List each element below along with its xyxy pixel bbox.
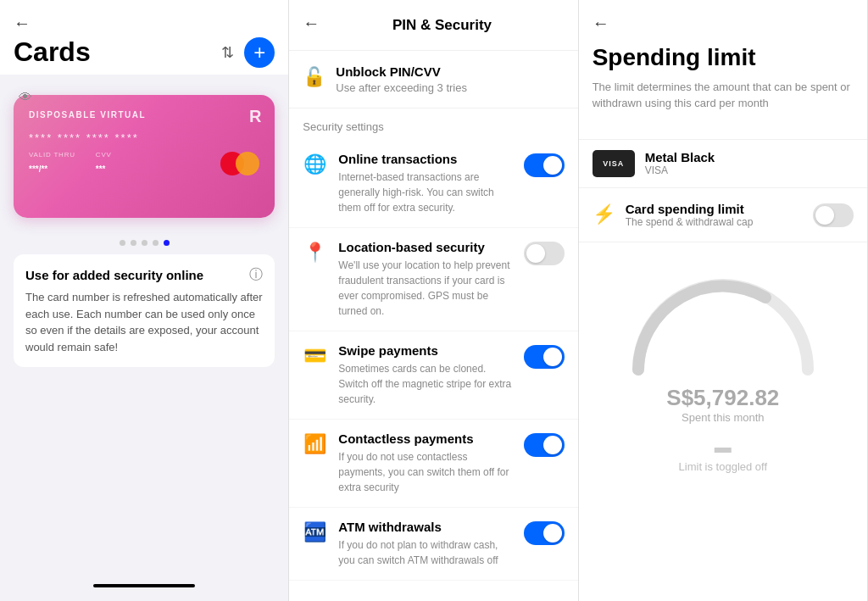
card-details: Metal Black VISA [645,150,715,176]
swipe-payments-toggle[interactable] [524,345,565,369]
card-thumbnail: VISA [593,150,635,177]
limit-off-text: Limit is toggled off [679,460,768,473]
cvv-value: *** [96,164,106,174]
location-security-item: 📍 Location-based security We'll use your… [289,228,577,331]
atm-withdrawals-toggle[interactable] [524,521,565,545]
unblock-desc: Use after exceeding 3 tries [336,81,467,94]
valid-thru-value: ***/** [29,164,47,174]
info-circle-icon[interactable]: ⓘ [249,266,263,284]
contactless-payments-toggle[interactable] [524,433,565,457]
online-transactions-content: Online transactions Internet-based trans… [338,152,511,215]
spending-limit-toggle[interactable] [813,203,854,227]
card-dots-indicator [0,240,288,246]
mc-orange-circle [236,152,259,175]
cards-header: ← Cards ⇅ + [0,0,288,75]
title-actions: ⇅ + [221,37,275,68]
security-header: ← PIN & Security [289,0,577,51]
eye-icon[interactable]: 👁 [19,90,32,105]
security-panel: ← PIN & Security 🔓 Unblock PIN/CVV Use a… [289,0,578,601]
security-back-button[interactable]: ← [303,14,320,33]
valid-thru-group: VALID THRU ***/** [29,151,75,175]
card-type: VISA [645,164,715,176]
swipe-payments-desc: Sometimes cards can be cloned. Switch of… [338,361,511,407]
security-page-title: PIN & Security [320,17,564,34]
online-transactions-title: Online transactions [338,152,511,166]
limit-off-icon: ▬ [715,437,732,457]
unblock-title: Unblock PIN/CVV [336,64,467,79]
contactless-payments-desc: If you do not use contactless payments, … [338,449,511,495]
limit-off-row: ▬ Limit is toggled off [679,437,768,473]
contactless-icon: 📶 [303,433,326,455]
card-labels: VALID THRU ***/** CVV *** [29,151,112,175]
limit-toggle-row: ⚡ Card spending limit The spend & withdr… [579,188,867,242]
online-transactions-item: 🌐 Online transactions Internet-based tra… [289,140,577,228]
cards-title-row: Cards ⇅ + [14,36,275,68]
spending-subtitle: The limit determines the amount that can… [593,79,854,112]
cvv-label: CVV [96,151,112,159]
contactless-payments-content: Contactless payments If you do not use c… [338,431,511,495]
online-transactions-desc: Internet-based transactions are generall… [338,170,511,215]
card-info-row: VISA Metal Black VISA [579,139,867,188]
gauge-amount: S$5,792.82 [666,385,779,411]
swipe-icon: 💳 [303,345,326,367]
spending-title: Spending limit [593,43,854,72]
mastercard-logo [220,152,259,175]
online-transactions-toggle[interactable] [524,153,565,177]
valid-thru-label: VALID THRU [29,151,75,159]
contactless-payments-item: 📶 Contactless payments If you do not use… [289,420,577,508]
gauge-container: S$5,792.82 Spent this month ▬ Limit is t… [579,242,867,487]
sort-icon[interactable]: ⇅ [221,43,234,62]
cvv-group: CVV *** [96,151,112,175]
card-label: DISPOSABLE VIRTUAL [29,110,259,120]
gauge-label: Spent this month [682,411,765,424]
atm-withdrawals-content: ATM withdrawals If you do not plan to wi… [338,520,511,568]
card-number: **** **** **** **** [29,131,259,144]
gauge-svg [621,259,825,378]
cards-panel: ← Cards ⇅ + 👁 DISPOSABLE VIRTUAL R **** … [0,0,289,601]
add-card-button[interactable]: + [244,37,275,68]
back-button[interactable]: ← [14,14,31,33]
dot-4 [153,240,159,246]
location-security-desc: We'll use your location to help prevent … [338,258,511,319]
swipe-payments-title: Swipe payments [338,343,511,358]
card-footer: VALID THRU ***/** CVV *** [29,151,259,175]
home-indicator [93,584,195,587]
card-area: 👁 DISPOSABLE VIRTUAL R **** **** **** **… [0,75,288,231]
dot-2 [131,240,136,246]
dot-1 [120,240,125,246]
atm-withdrawals-desc: If you do not plan to withdraw cash, you… [338,537,511,568]
unblock-text: Unblock PIN/CVV Use after exceeding 3 tr… [336,64,467,94]
swipe-payments-content: Swipe payments Sometimes cards can be cl… [338,343,511,407]
security-settings-label: Security settings [289,109,577,140]
spending-panel: ← Spending limit The limit determines th… [579,0,868,601]
globe-icon: 🌐 [303,153,326,175]
revolut-logo: R [249,107,261,126]
swipe-payments-item: 💳 Swipe payments Sometimes cards can be … [289,331,577,420]
info-box: Use for added security online ⓘ The card… [14,254,275,367]
unblock-icon: 🔓 [303,66,326,88]
unblock-section[interactable]: 🔓 Unblock PIN/CVV Use after exceeding 3 … [289,51,577,109]
limit-label-title: Card spending limit [626,202,813,216]
spending-header: ← Spending limit The limit determines th… [579,0,867,139]
limit-label: Card spending limit The spend & withdraw… [626,202,813,228]
visa-logo: VISA [603,159,624,168]
location-security-content: Location-based security We'll use your l… [338,240,511,319]
atm-icon: 🏧 [303,521,326,543]
contactless-payments-title: Contactless payments [338,431,511,446]
location-security-toggle[interactable] [524,242,565,265]
location-icon: 📍 [303,242,326,264]
location-security-title: Location-based security [338,240,511,254]
card-name: Metal Black [645,150,715,164]
info-title: Use for added security online [25,268,203,282]
atm-withdrawals-title: ATM withdrawals [338,520,511,534]
speed-icon: ⚡ [593,203,615,225]
page-title: Cards [14,36,91,68]
atm-withdrawals-item: 🏧 ATM withdrawals If you do not plan to … [289,508,577,581]
dot-3 [142,240,147,246]
dot-5-active [164,240,170,246]
info-text: The card number is refreshed automatical… [25,289,263,355]
limit-label-desc: The spend & withdrawal cap [626,216,813,228]
info-title-row: Use for added security online ⓘ [25,266,263,284]
spending-back-button[interactable]: ← [593,14,609,33]
virtual-card[interactable]: DISPOSABLE VIRTUAL R **** **** **** ****… [14,95,275,218]
